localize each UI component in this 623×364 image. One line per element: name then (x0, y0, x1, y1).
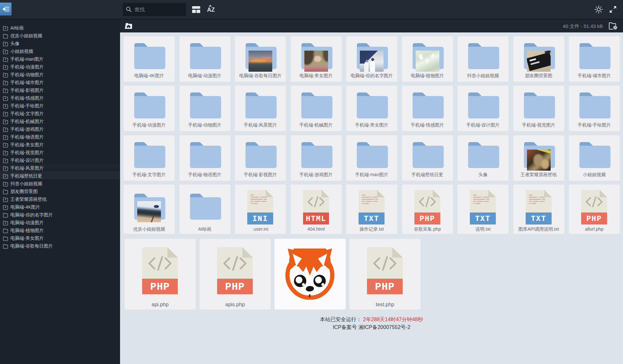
svg-text:PHP: PHP (420, 215, 435, 223)
svg-text:TXT: TXT (475, 215, 490, 223)
svg-text:INI: INI (252, 215, 268, 223)
svg-text:HTML: HTML (306, 215, 326, 223)
svg-text:PHP: PHP (375, 281, 395, 293)
svg-text:AZ: AZ (207, 6, 215, 13)
svg-text:PHP: PHP (225, 281, 245, 293)
svg-text:PHP: PHP (150, 281, 170, 293)
svg-text:PHP: PHP (586, 215, 602, 223)
svg-text:TXT: TXT (531, 215, 546, 223)
svg-text:TXT: TXT (364, 215, 379, 223)
